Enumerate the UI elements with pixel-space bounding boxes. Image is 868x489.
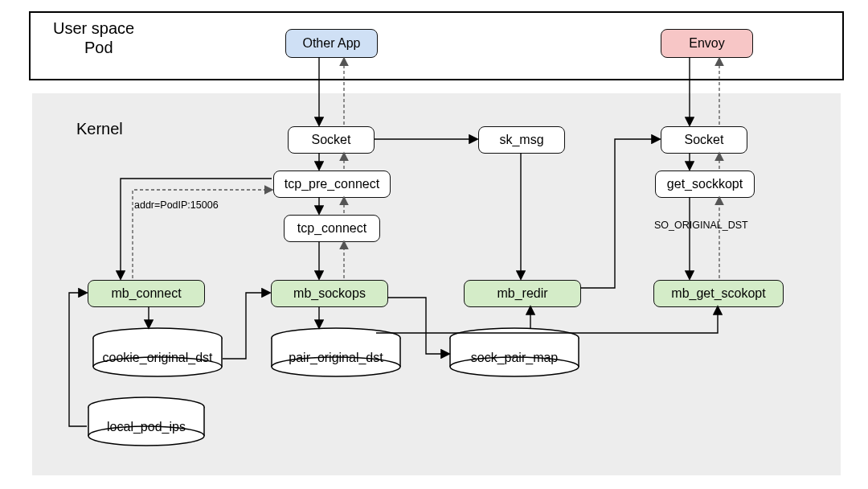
other-app-node: Other App bbox=[285, 29, 378, 58]
socket-left: Socket bbox=[288, 126, 375, 154]
mb-redir: mb_redir bbox=[464, 280, 581, 307]
mb-get-sockopt-label: mb_get_scokopt bbox=[671, 286, 765, 301]
tcp-pre-connect: tcp_pre_connect bbox=[273, 171, 391, 198]
mb-connect-label: mb_connect bbox=[111, 286, 181, 301]
envoy-label: Envoy bbox=[689, 36, 724, 51]
kernel-title: Kernel bbox=[76, 120, 123, 138]
sk-msg-label: sk_msg bbox=[499, 133, 543, 147]
sk-msg: sk_msg bbox=[478, 126, 565, 154]
envoy-node: Envoy bbox=[661, 29, 753, 58]
socket-right: Socket bbox=[661, 126, 747, 154]
mb-sockops: mb_sockops bbox=[271, 280, 388, 307]
get-sockopt-label: get_sockkopt bbox=[667, 177, 743, 191]
addr-note: addr=PodIP:15006 bbox=[134, 199, 219, 211]
mb-sockops-label: mb_sockops bbox=[293, 286, 366, 301]
mb-get-sockopt: mb_get_scokopt bbox=[653, 280, 784, 307]
tcp-connect: tcp_connect bbox=[284, 215, 380, 242]
other-app-label: Other App bbox=[302, 36, 360, 51]
so-note: SO_ORIGINAL_DST bbox=[654, 220, 748, 231]
mb-connect: mb_connect bbox=[88, 280, 205, 307]
userspace-title-1: User space bbox=[53, 19, 134, 38]
tcp-conn-label: tcp_connect bbox=[297, 221, 366, 236]
mb-redir-label: mb_redir bbox=[497, 286, 547, 301]
get-sockopt: get_sockkopt bbox=[655, 171, 755, 198]
userspace-title-2: Pod bbox=[84, 39, 113, 57]
tcp-pre-label: tcp_pre_connect bbox=[285, 177, 379, 191]
diagram-root: User space Pod Other App Envoy Kernel So… bbox=[0, 0, 868, 489]
socket-left-label: Socket bbox=[312, 133, 351, 147]
socket-right-label: Socket bbox=[685, 133, 724, 147]
